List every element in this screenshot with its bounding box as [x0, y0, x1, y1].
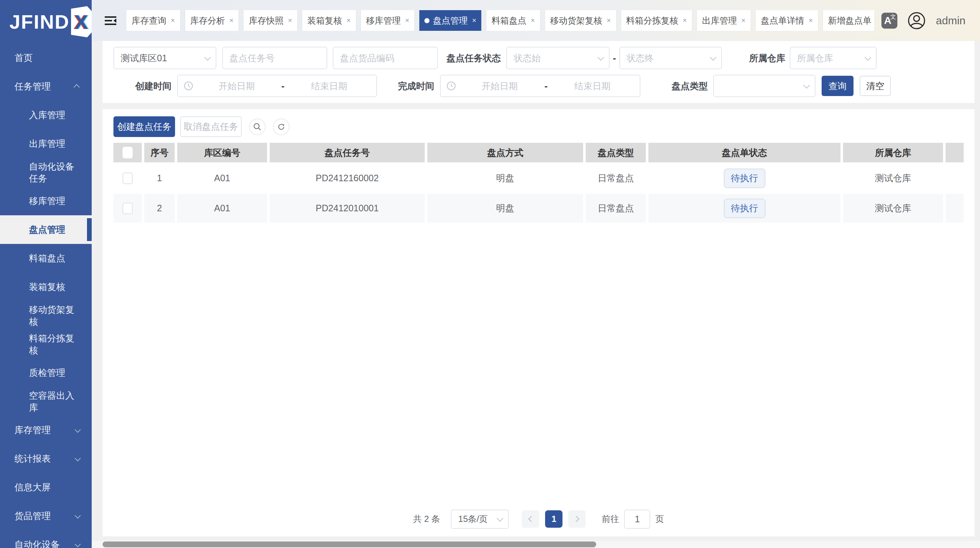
tab[interactable]: 移库管理 ×	[361, 10, 415, 31]
chevron-down-icon	[75, 455, 81, 461]
next-page-button[interactable]	[568, 510, 586, 528]
status-badge[interactable]: 待执行	[724, 169, 765, 188]
sidebar-item-label: 装箱复核	[29, 281, 65, 293]
clear-button[interactable]: 清空	[860, 76, 891, 96]
sidebar-menu: 首页 任务管理 入库管理 出库管理	[0, 43, 92, 548]
goto-page-input[interactable]	[624, 510, 650, 529]
search-icon-button[interactable]	[249, 118, 266, 135]
cell-warehouse: 测试仓库	[843, 164, 943, 193]
count-type-select[interactable]	[713, 75, 815, 97]
sidebar-item-label: 空容器出入库	[29, 390, 80, 414]
refresh-icon-button[interactable]	[273, 118, 290, 135]
sidebar-item[interactable]: 库存管理	[0, 416, 92, 444]
sidebar-item-label: 料箱分拣复核	[29, 332, 80, 356]
tab[interactable]: 移动货架复核 ×	[545, 10, 616, 31]
tab-close-icon[interactable]: ×	[228, 16, 234, 25]
sidebar-item-label: 库存管理	[14, 424, 51, 436]
sidebar-item[interactable]: 空容器出入库	[0, 387, 92, 416]
sidebar-item[interactable]: 统计报表	[0, 444, 92, 473]
tab[interactable]: 出库管理 ×	[697, 10, 751, 31]
sidebar-item[interactable]: 自动化设备任务	[0, 158, 92, 186]
sidebar-item[interactable]: 自动化设备	[0, 530, 92, 548]
horizontal-scrollbar	[92, 541, 980, 548]
sidebar-item[interactable]: 信息大屏	[0, 473, 92, 502]
tab-close-icon[interactable]: ×	[471, 16, 476, 25]
current-page-button[interactable]: 1	[545, 510, 563, 528]
filter-panel: 测试库区01 盘点任务状态 状态始 - 状态终	[103, 41, 975, 103]
active-dot-icon	[425, 18, 430, 23]
tab[interactable]: 库存分析 ×	[185, 10, 239, 31]
select-all-checkbox[interactable]	[123, 147, 133, 158]
tab-label: 库存查询	[132, 15, 166, 27]
tab-label: 移库管理	[366, 15, 401, 27]
tab-label: 新增盘点单	[828, 15, 872, 27]
created-date-range[interactable]: 开始日期 - 结束日期	[177, 75, 377, 97]
row-checkbox[interactable]	[123, 172, 133, 184]
tab-close-icon[interactable]: ×	[345, 16, 351, 25]
filter-row-1: 测试库区01 盘点任务状态 状态始 - 状态终	[113, 47, 975, 69]
sidebar-item[interactable]: 装箱复核	[0, 272, 92, 301]
tab-close-icon[interactable]: ×	[682, 16, 687, 25]
finished-date-range[interactable]: 开始日期 - 结束日期	[440, 75, 640, 97]
sidebar-item-label: 出库管理	[29, 138, 65, 150]
collapse-menu-icon[interactable]	[103, 13, 119, 28]
language-switch-icon[interactable]: A 文	[881, 13, 897, 29]
content-panel: 创建盘点任务 取消盘点任务 序	[103, 109, 975, 537]
sidebar-item[interactable]: 货品管理	[0, 502, 92, 530]
col-status: 盘点单状态	[648, 143, 840, 162]
username: admin	[936, 14, 966, 27]
status-start-select[interactable]: 状态始	[506, 47, 609, 69]
create-count-task-button[interactable]: 创建盘点任务	[113, 116, 175, 137]
prev-page-button[interactable]	[522, 510, 539, 528]
search-button[interactable]: 查询	[822, 76, 854, 96]
tab-close-icon[interactable]: ×	[530, 16, 535, 25]
row-select-cell	[113, 164, 142, 193]
cell-seq: 2	[144, 194, 175, 223]
tab-close-icon[interactable]: ×	[287, 16, 292, 25]
tab[interactable]: 盘点管理 ×	[419, 10, 481, 31]
sidebar-item-label: 质检管理	[29, 367, 65, 379]
warehouse-area-select[interactable]: 测试库区01	[113, 47, 216, 69]
sidebar-item[interactable]: 盘点管理	[0, 215, 92, 244]
status-badge[interactable]: 待执行	[724, 199, 765, 218]
cell-status: 待执行	[648, 194, 840, 223]
tab[interactable]: 料箱分拣复核 ×	[621, 10, 692, 31]
sidebar-item[interactable]: 任务管理	[0, 72, 92, 101]
tab[interactable]: 盘点单详情 ×	[756, 10, 818, 31]
app-root: JFIND X 首页 任务管理 入库管理	[0, 0, 980, 548]
sidebar-item[interactable]: 入库管理	[0, 101, 92, 129]
sidebar-item[interactable]: 移库管理	[0, 186, 92, 215]
status-end-select[interactable]: 状态终	[619, 47, 722, 69]
horizontal-scrollbar-thumb[interactable]	[103, 542, 596, 547]
sidebar-item[interactable]: 移动货架复核	[0, 301, 92, 330]
sidebar-item[interactable]: 质检管理	[0, 358, 92, 387]
cell-area: A01	[177, 194, 267, 223]
tab-close-icon[interactable]: ×	[808, 16, 813, 25]
tab-close-icon[interactable]: ×	[740, 16, 746, 25]
tab[interactable]: 库存查询 ×	[126, 10, 180, 31]
col-warehouse: 所属仓库	[843, 143, 943, 162]
tab[interactable]: 装箱复核 ×	[302, 10, 356, 31]
tab-close-icon[interactable]: ×	[404, 16, 410, 25]
tab[interactable]: 料箱盘点 ×	[486, 10, 540, 31]
sidebar-item[interactable]: 首页	[0, 43, 92, 72]
sidebar-item[interactable]: 出库管理	[0, 129, 92, 158]
row-checkbox[interactable]	[123, 202, 133, 214]
cancel-count-task-button[interactable]: 取消盘点任务	[180, 116, 242, 137]
sidebar-item[interactable]: 料箱分拣复核	[0, 330, 92, 358]
chevron-down-icon	[75, 541, 81, 547]
col-type: 盘点类型	[586, 143, 646, 162]
tab-label: 装箱复核	[307, 15, 342, 27]
tab-close-icon[interactable]: ×	[170, 16, 175, 25]
chevron-down-icon	[710, 54, 716, 61]
sidebar: JFIND X 首页 任务管理 入库管理	[0, 0, 92, 548]
tab[interactable]: 库存快照 ×	[243, 10, 297, 31]
sidebar-item[interactable]: 料箱盘点	[0, 244, 92, 272]
tab-close-icon[interactable]: ×	[606, 16, 611, 25]
tab[interactable]: 新增盘点单 ×	[823, 10, 875, 31]
goods-code-input[interactable]	[333, 47, 438, 69]
user-avatar-icon[interactable]	[907, 11, 926, 30]
task-no-input[interactable]	[222, 47, 327, 69]
warehouse-select[interactable]: 所属仓库	[790, 47, 877, 69]
page-size-select[interactable]: 15条/页	[451, 510, 509, 529]
